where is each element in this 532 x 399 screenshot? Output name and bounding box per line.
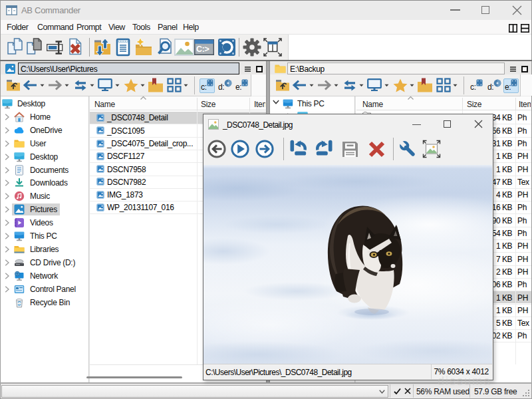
svg-text:C:>: C:> xyxy=(196,45,209,54)
